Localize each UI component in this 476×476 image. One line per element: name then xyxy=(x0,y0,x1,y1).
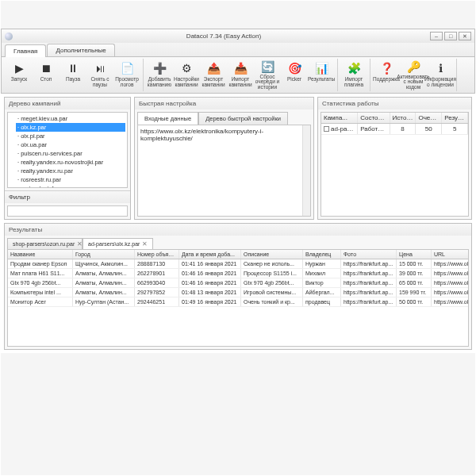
plugin-button[interactable]: 🧩Импорт плагина xyxy=(340,59,367,91)
table-row[interactable]: Мат плата H61 S11...Алматы, Алмалин...26… xyxy=(8,269,469,278)
export-button[interactable]: 📤Экспорт кампании xyxy=(200,59,227,91)
checkbox-icon[interactable] xyxy=(324,126,329,132)
table-cell: 292797852 xyxy=(135,288,179,297)
picker-icon: 🎯 xyxy=(286,60,302,76)
activate-button[interactable]: 🔑Активировать с новым кодом xyxy=(400,59,427,91)
add-campaign-button[interactable]: ➕Добавить кампанию xyxy=(146,59,173,91)
picker-button[interactable]: 🎯Picker xyxy=(281,59,308,91)
results-header-row: НазваниеГородНомер объявленияДата и врем… xyxy=(8,250,469,259)
table-cell: Алматы, Алмалин... xyxy=(73,288,135,297)
close-tab-icon[interactable]: ✕ xyxy=(142,240,148,248)
table-cell: 01:46 16 января 2021 xyxy=(179,269,241,278)
table-cell: 01:49 16 января 2021 xyxy=(179,298,241,306)
import-button[interactable]: 📥Импорт кампании xyxy=(227,59,254,91)
license-button[interactable]: ℹИнформация о лицензии xyxy=(427,59,454,91)
column-header[interactable]: Номер объявления xyxy=(135,250,179,259)
campaign-tree-panel: Дерево кампаний · meget.kiev.ua.par· olx… xyxy=(4,97,131,220)
column-header[interactable]: Владелец xyxy=(303,250,341,259)
stats-panel: Статистика работы Кампа... Состояние Ист… xyxy=(317,97,472,220)
results-button[interactable]: 📊Результаты xyxy=(308,59,335,91)
column-header[interactable]: Дата и время доба... xyxy=(179,250,241,259)
support-button[interactable]: ❓Поддержка xyxy=(373,59,400,91)
column-header[interactable]: Название xyxy=(8,250,73,259)
tree-item[interactable]: · realty.yandex.ru-novostrojki.par xyxy=(16,158,125,167)
tree-item[interactable]: · olx.kz.par xyxy=(16,123,125,132)
results-title: Результаты xyxy=(5,224,471,236)
campaign-tree[interactable]: · meget.kiev.ua.par· olx.kz.par· olx.pl.… xyxy=(7,112,128,188)
run-button[interactable]: ▶Запуск xyxy=(6,59,33,91)
table-cell: Щучинск, Акмолин... xyxy=(73,259,135,268)
table-cell: Продам сканер Epson xyxy=(8,259,73,268)
table-cell: 662993040 xyxy=(135,278,179,287)
column-header[interactable]: Цена xyxy=(397,250,432,259)
table-cell: 159 990 тг. xyxy=(397,288,432,297)
tab-extra[interactable]: Дополнительные xyxy=(47,44,114,56)
quick-tab-tree[interactable]: Дерево быстрой настройки xyxy=(198,112,288,125)
stop-button[interactable]: ⏹Cтоп xyxy=(33,59,60,91)
table-cell: https://www.olx.kz/... xyxy=(432,259,469,268)
tree-title: Дерево кампаний xyxy=(5,98,130,109)
maximize-button[interactable]: □ xyxy=(444,32,457,40)
table-cell: 15 000 тг. xyxy=(397,259,432,268)
pause-icon: ⏸ xyxy=(65,60,81,76)
stop-icon: ⏹ xyxy=(38,60,54,76)
logs-button[interactable]: 📄Просмотр логов xyxy=(113,59,140,91)
column-header[interactable]: Описание xyxy=(241,250,303,259)
table-cell: https://www.olx.kz/... xyxy=(432,269,469,278)
table-cell: https://www.olx.kz/... xyxy=(432,288,469,297)
table-row[interactable]: Компьютеры intel ...Алматы, Алмалин...29… xyxy=(8,288,469,298)
minimize-button[interactable]: ­– xyxy=(430,32,443,40)
tree-item[interactable]: · realty.yandex.ru.par xyxy=(16,167,125,175)
tree-item[interactable]: · pulscen.ru-services.par xyxy=(16,149,125,158)
tree-item[interactable]: · olx.pl.par xyxy=(16,132,125,140)
results-panel: Результаты shop-parsers\ozon.ru.par✕ad-p… xyxy=(4,223,472,350)
table-cell: Процессор S1155 i... xyxy=(241,269,303,278)
reset-button[interactable]: 🔄Сброс очереди и истории xyxy=(254,59,281,91)
tab-main[interactable]: Главная xyxy=(5,44,46,57)
key-icon: 🔑 xyxy=(405,60,421,74)
table-row[interactable]: Gtx 970 4gb 256bt...Алматы, Алмалин...66… xyxy=(8,278,469,288)
pause-button[interactable]: ⏸Пауза xyxy=(60,59,86,91)
column-header[interactable]: Город xyxy=(73,250,135,259)
filter-input[interactable] xyxy=(7,205,128,217)
table-icon: 📊 xyxy=(313,60,329,76)
unpause-icon: ⏯ xyxy=(92,60,108,76)
settings-button[interactable]: ⚙Настройки кампании xyxy=(173,59,200,91)
results-tab[interactable]: shop-parsers\ozon.ru.par✕ xyxy=(7,238,83,249)
info-icon: ℹ xyxy=(432,60,448,76)
table-row[interactable]: Монитор AcerНур-Султан (Астан...29244625… xyxy=(8,298,469,307)
unpause-button[interactable]: ⏯Снять с паузы xyxy=(86,59,113,91)
table-row[interactable]: Продам сканер EpsonЩучинск, Акмолин...28… xyxy=(8,259,469,269)
column-header[interactable]: URL xyxy=(432,250,469,259)
column-header[interactable]: Фото xyxy=(341,250,397,259)
table-cell: Компьютеры intel ... xyxy=(8,288,73,297)
scrollbar[interactable] xyxy=(302,125,310,216)
table-cell: https://frankfurt.ap... xyxy=(341,278,397,287)
quick-tab-input[interactable]: Входные данные xyxy=(137,112,198,125)
stats-row[interactable]: ad-parsers\... Работает 8 50 5 xyxy=(321,124,468,135)
table-cell: 01:46 16 января 2021 xyxy=(179,278,241,287)
gear-icon: ⚙ xyxy=(178,60,194,76)
tree-item[interactable]: · rostender.info.par xyxy=(16,184,125,188)
results-table[interactable]: НазваниеГородНомер объявленияДата и врем… xyxy=(7,249,469,347)
table-cell: Gtx 970 4gb 256bt... xyxy=(241,278,303,287)
table-cell: Виктор xyxy=(303,278,341,287)
tree-item[interactable]: · meget.kiev.ua.par xyxy=(16,114,125,123)
table-cell: 01:48 13 января 2021 xyxy=(179,288,241,297)
stats-table: Кампа... Состояние История Очередь Резул… xyxy=(321,112,469,217)
table-cell: https://frankfurt.ap... xyxy=(341,288,397,297)
url-value: https://www.olx.kz/elektronika/kompyuter… xyxy=(140,128,263,142)
close-button[interactable]: ✕ xyxy=(459,32,471,40)
results-tab[interactable]: ad-parsers\olx.kz.par✕ xyxy=(83,238,153,249)
help-icon: ❓ xyxy=(378,60,394,76)
table-cell: https://frankfurt.ap... xyxy=(341,269,397,278)
table-cell: https://www.olx.kz/... xyxy=(432,298,469,306)
table-cell: Gtx 970 4gb 256bt... xyxy=(8,278,73,287)
table-cell: 01:41 16 января 2021 xyxy=(179,259,241,268)
close-tab-icon[interactable]: ✕ xyxy=(77,240,83,248)
url-textarea[interactable]: https://www.olx.kz/elektronika/kompyuter… xyxy=(137,125,311,217)
ribbon: ▶Запуск ⏹Cтоп ⏸Пауза ⏯Снять с паузы 📄Про… xyxy=(1,57,475,94)
tree-item[interactable]: · rosreestr.ru.par xyxy=(16,175,125,184)
tree-item[interactable]: · olx.ua.par xyxy=(16,140,125,149)
table-cell: Алматы, Алмалин... xyxy=(73,278,135,287)
